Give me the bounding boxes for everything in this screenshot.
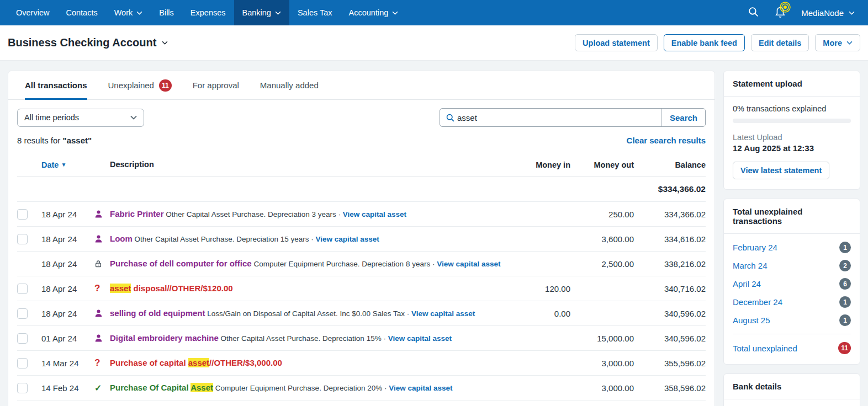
transactions-card: All transactions Unexplained 11 For appr…: [8, 71, 715, 406]
row-status-icon: [94, 334, 110, 343]
table-row: 14 Feb 24 ✓ Purchase Of Capital Asset Co…: [17, 376, 706, 400]
tab-badge: 11: [159, 79, 172, 92]
row-money-out: 15,000.00: [570, 334, 634, 343]
clear-search-link[interactable]: Clear search results: [627, 136, 706, 145]
view-latest-statement-button[interactable]: View latest statement: [733, 162, 829, 179]
row-status-icon: [94, 259, 110, 268]
nav-item-banking[interactable]: Banking: [234, 0, 289, 25]
row-checkbox[interactable]: [17, 209, 28, 220]
row-title[interactable]: Fabric Printer: [110, 209, 164, 218]
nav-item-bills[interactable]: Bills: [151, 0, 182, 25]
nav-item-label: Work: [114, 8, 133, 17]
month-link[interactable]: April 24: [733, 279, 761, 289]
row-balance: 338,216.02: [634, 259, 706, 269]
panel-title: Bank details: [724, 374, 860, 399]
enable-bank-feed-button[interactable]: Enable bank feed: [664, 34, 745, 51]
opening-balance: $334,366.02: [634, 184, 706, 194]
nav-item-label: Banking: [242, 8, 271, 17]
tab-unexplained[interactable]: Unexplained 11: [108, 71, 172, 99]
total-unexplained-link[interactable]: Total unexplained: [733, 344, 797, 353]
month-link[interactable]: February 24: [733, 243, 777, 252]
edit-details-button[interactable]: Edit details: [751, 34, 809, 51]
view-capital-asset-link[interactable]: View capital asset: [388, 334, 452, 343]
global-search-button[interactable]: [748, 6, 759, 20]
notifications-button[interactable]: [774, 5, 787, 20]
col-money-in: Money in: [510, 161, 570, 169]
opening-balance-row: $334,366.02: [17, 177, 706, 202]
row-title[interactable]: Loom: [110, 234, 133, 243]
sort-desc-icon: ▼: [61, 162, 66, 168]
month-link[interactable]: March 24: [733, 261, 768, 270]
notification-badge-icon: [779, 1, 791, 15]
month-row: February 24 1: [733, 242, 851, 253]
explained-percentage: 0% transactions explained: [733, 104, 851, 113]
tab-for-approval[interactable]: For approval: [193, 71, 239, 99]
person-icon: [94, 210, 103, 218]
header-button-label: Enable bank feed: [671, 39, 737, 47]
row-balance: 340,596.02: [634, 334, 706, 343]
view-capital-asset-link[interactable]: View capital asset: [411, 309, 475, 318]
month-link[interactable]: August 25: [733, 316, 770, 325]
unexplained-panel: Total unexplained transactions February …: [723, 199, 860, 365]
table-row: 18 Apr 24 selling of old equipment Loss/…: [17, 301, 706, 326]
account-title-dropdown[interactable]: Business Checking Account: [8, 36, 168, 49]
view-capital-asset-link[interactable]: View capital asset: [316, 235, 379, 243]
tab-all-transactions[interactable]: All transactions: [25, 71, 87, 99]
view-capital-asset-link[interactable]: View capital asset: [437, 260, 500, 268]
nav-item-work[interactable]: Work: [106, 0, 151, 25]
row-balance: 340,596.02: [634, 309, 706, 318]
row-date: 18 Apr 24: [41, 234, 94, 244]
nav-item-expenses[interactable]: Expenses: [182, 0, 234, 25]
row-title[interactable]: asset disposal//OTHER/$120.00: [110, 284, 233, 293]
row-status-icon: [94, 234, 110, 243]
search-button[interactable]: Search: [661, 109, 705, 126]
row-balance: 334,366.02: [634, 210, 706, 219]
row-title[interactable]: Purchase Of Capital Asset: [110, 383, 213, 392]
nav-item-label: Contacts: [66, 8, 97, 17]
row-description: Other Capital Asset Purchase. Depreciati…: [166, 210, 342, 218]
table-row: 01 Apr 24 Digital embroidery machine Oth…: [17, 326, 706, 351]
upload-statement-button[interactable]: Upload statement: [575, 34, 658, 51]
row-checkbox[interactable]: [17, 383, 28, 393]
row-status-icon: ?: [94, 357, 110, 368]
transaction-tabs: All transactions Unexplained 11 For appr…: [8, 71, 714, 100]
table-row: 14 Mar 24 ? Purchase of capital asset//O…: [17, 351, 706, 376]
total-unexplained-badge: 11: [838, 342, 851, 354]
month-row: August 25 1: [733, 314, 851, 326]
tab-manually-added[interactable]: Manually added: [260, 71, 319, 99]
row-date: 18 Apr 24: [41, 210, 94, 219]
month-link[interactable]: December 24: [733, 297, 782, 307]
nav-item-accounting[interactable]: Accounting: [341, 0, 407, 25]
row-checkbox[interactable]: [17, 284, 28, 294]
account-menu[interactable]: MediaNode: [801, 8, 855, 18]
col-balance: Balance: [634, 161, 706, 169]
row-date: 14 Feb 24: [41, 383, 94, 393]
row-checkbox[interactable]: [17, 358, 28, 368]
row-title[interactable]: Purchase of capital asset//OTHER/$3,000.…: [110, 358, 282, 367]
search-input[interactable]: [455, 109, 661, 126]
view-capital-asset-link[interactable]: View capital asset: [343, 210, 406, 218]
row-checkbox[interactable]: [17, 333, 28, 344]
top-nav: Overview Contacts Work Bills Expenses Ba…: [0, 0, 868, 25]
row-balance: 358,596.02: [634, 383, 706, 393]
time-period-select[interactable]: All time periods: [17, 109, 144, 127]
results-count: 8 results for "asset": [17, 136, 92, 145]
row-title[interactable]: selling of old equipment: [110, 308, 205, 318]
tab-label: All transactions: [25, 81, 87, 90]
row-title[interactable]: Purchase of dell computer for office: [110, 259, 252, 268]
view-capital-asset-link[interactable]: View capital asset: [389, 384, 452, 392]
chevron-down-icon: [849, 11, 855, 15]
row-checkbox[interactable]: [17, 234, 28, 244]
row-title[interactable]: Digital embroidery machine: [110, 333, 219, 343]
nav-item-contacts[interactable]: Contacts: [57, 0, 105, 25]
chevron-down-icon: [392, 11, 398, 15]
more-button[interactable]: More: [815, 34, 860, 51]
month-count-badge: 1: [839, 296, 851, 308]
nav-item-sales-tax[interactable]: Sales Tax: [289, 0, 341, 25]
row-description: Other Capital Asset Purchase. Depreciati…: [135, 235, 316, 243]
sort-by-date[interactable]: Date ▼: [41, 161, 94, 169]
nav-item-overview[interactable]: Overview: [8, 0, 57, 25]
row-checkbox[interactable]: [17, 308, 28, 319]
row-balance: 340,716.02: [634, 284, 706, 293]
transaction-search: Search: [440, 108, 706, 127]
